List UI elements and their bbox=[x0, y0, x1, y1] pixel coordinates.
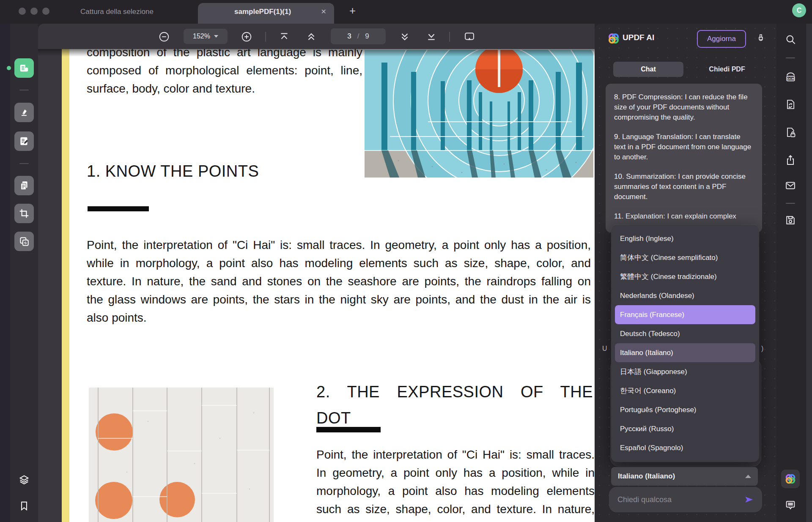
sidebar-item-comment[interactable] bbox=[14, 103, 34, 122]
menu-item-russian[interactable]: Русский (Russo) bbox=[615, 419, 755, 438]
pdf-intro-line: surface, body, color and texture. bbox=[87, 79, 362, 98]
share-icon bbox=[785, 154, 796, 166]
new-tab-button[interactable]: + bbox=[349, 4, 356, 17]
pdf-heading-rule bbox=[88, 206, 149, 211]
pdf-paragraph-line: also points. bbox=[87, 309, 591, 327]
double-chevron-down-icon bbox=[399, 31, 410, 42]
zoom-out-button[interactable] bbox=[158, 31, 170, 43]
first-page-button[interactable] bbox=[278, 31, 290, 43]
zoom-level-dropdown[interactable]: 152% bbox=[184, 29, 228, 44]
theme-brush-button[interactable] bbox=[754, 32, 767, 45]
protect-pdf-button[interactable] bbox=[784, 126, 797, 139]
comment-bubble-icon bbox=[785, 499, 796, 511]
pdf-heading-1: 1. KNOW THE POINTS bbox=[87, 162, 259, 180]
presentation-mode-button[interactable] bbox=[464, 31, 475, 43]
presentation-screen-icon bbox=[464, 31, 475, 43]
next-page-button[interactable] bbox=[399, 31, 411, 43]
tab-samplepdf[interactable]: samplePDF(1)(1) ✕ bbox=[198, 3, 334, 24]
menu-item-spanish[interactable]: Español (Spagnolo) bbox=[615, 438, 755, 457]
avatar[interactable]: C bbox=[792, 3, 806, 17]
convert-pdf-button[interactable] bbox=[784, 98, 797, 111]
pdf-paragraph-line: In geometry, a point only has a position… bbox=[316, 464, 595, 482]
page-number-box[interactable]: 3 / 9 bbox=[331, 28, 386, 44]
convert-file-icon bbox=[785, 98, 796, 110]
toolbar-divider bbox=[786, 57, 795, 58]
toolbar-divider bbox=[449, 32, 450, 42]
save-floppy-icon bbox=[785, 214, 796, 226]
ai-panel-title: UPDF AI bbox=[623, 33, 654, 42]
chat-composer bbox=[609, 487, 762, 512]
menu-item-dutch[interactable]: Nederlands (Olandese) bbox=[615, 286, 755, 305]
updf-ai-toggle-button[interactable] bbox=[781, 470, 800, 488]
sidebar-item-crop[interactable] bbox=[14, 204, 34, 223]
mail-button[interactable] bbox=[784, 179, 797, 192]
menu-item-chinese-simplified[interactable]: 简体中文 (Cinese semplificato) bbox=[615, 248, 755, 267]
reader-book-icon bbox=[19, 63, 30, 74]
sidebar-edge bbox=[0, 24, 10, 522]
menu-item-english[interactable]: English (Inglese) bbox=[615, 229, 755, 248]
ai-chat-message: 8. PDF Compression: I can reduce the fil… bbox=[606, 84, 762, 232]
pdf-paragraph-line: Point, the interpretation of "Ci Hai" is… bbox=[87, 236, 591, 254]
document-toolbar: 152% 3 / 9 bbox=[38, 24, 595, 49]
window-close-button[interactable] bbox=[19, 8, 26, 15]
send-icon[interactable] bbox=[743, 494, 754, 505]
sidebar-item-layers[interactable] bbox=[14, 470, 34, 489]
tab-close-icon[interactable]: ✕ bbox=[321, 8, 326, 16]
share-button[interactable] bbox=[784, 154, 797, 167]
language-select[interactable]: Italiano (Italiano) bbox=[611, 467, 758, 486]
ocr-button[interactable]: OCR bbox=[784, 71, 797, 84]
menu-item-italian[interactable]: Italiano (Italiano) bbox=[615, 343, 755, 362]
page-separator: / bbox=[357, 32, 359, 41]
menu-item-german[interactable]: Deutsch (Tedesco) bbox=[615, 324, 755, 343]
save-button[interactable] bbox=[784, 214, 797, 227]
page-total: 9 bbox=[365, 32, 369, 41]
pdf-photo-orange-dots bbox=[89, 388, 274, 522]
menu-item-portuguese[interactable]: Português (Portoghese) bbox=[615, 400, 755, 419]
language-dropdown-menu: English (Inglese) 简体中文 (Cinese semplific… bbox=[611, 225, 759, 462]
sidebar-item-reader[interactable] bbox=[14, 58, 34, 78]
updf-ai-panel: UPDF AI Aggiorna Chat Chiedi PDF 8. PDF … bbox=[595, 24, 776, 522]
sidebar-item-capture[interactable] bbox=[14, 232, 34, 251]
last-page-button[interactable] bbox=[425, 31, 437, 43]
window-minimize-button[interactable] bbox=[30, 8, 38, 15]
message-line: 11. Explanation: I can explain complex bbox=[614, 211, 754, 221]
layers-icon bbox=[18, 474, 30, 486]
zoom-in-icon bbox=[241, 31, 252, 42]
pages-icon bbox=[19, 180, 30, 191]
tab-chat[interactable]: Chat bbox=[613, 62, 683, 77]
previous-page-button[interactable] bbox=[305, 31, 317, 43]
feedback-button[interactable] bbox=[784, 499, 797, 511]
toolbar-divider bbox=[786, 203, 795, 204]
right-toolbar: OCR bbox=[776, 24, 812, 522]
toolbar-divider bbox=[265, 32, 266, 42]
window-edge-strip bbox=[806, 24, 812, 522]
obscured-text-fragment: ) bbox=[761, 345, 763, 353]
window-maximize-button[interactable] bbox=[42, 8, 49, 15]
tab-capture-selection[interactable]: Cattura della selezione bbox=[80, 8, 154, 16]
updf-app-window: { "titlebar": { "inactive_tab": "Cattura… bbox=[0, 0, 812, 522]
pdf-page[interactable]: composition of the plastic art language … bbox=[62, 49, 595, 522]
menu-item-korean[interactable]: 한국어 (Coreano) bbox=[615, 381, 755, 400]
pdf-heading-rule bbox=[316, 427, 381, 432]
tab-ask-pdf[interactable]: Chiedi PDF bbox=[692, 62, 762, 77]
chat-input[interactable] bbox=[617, 495, 743, 505]
active-tool-dot bbox=[7, 66, 11, 70]
sidebar-item-edit[interactable] bbox=[14, 131, 34, 151]
sidebar-item-bookmark[interactable] bbox=[14, 496, 34, 516]
sidebar-item-pages[interactable] bbox=[14, 176, 34, 195]
go-to-bottom-icon bbox=[426, 31, 437, 42]
search-button[interactable] bbox=[784, 33, 797, 46]
pdf-paragraph-line: morphology, a point also has modeling el… bbox=[316, 482, 595, 500]
ai-panel-header: UPDF AI Aggiorna bbox=[595, 24, 776, 53]
page-current[interactable]: 3 bbox=[347, 32, 351, 41]
menu-item-chinese-traditional[interactable]: 繁體中文 (Cinese tradizionale) bbox=[615, 267, 755, 286]
screenshot-icon bbox=[19, 236, 30, 247]
sidebar-divider bbox=[19, 90, 29, 90]
updf-ai-icon bbox=[785, 473, 796, 485]
menu-item-japanese[interactable]: 日本語 (Giapponese) bbox=[615, 362, 755, 381]
zoom-in-button[interactable] bbox=[241, 31, 252, 43]
pdf-photo-teal-tunnel bbox=[365, 50, 593, 178]
menu-item-french[interactable]: Français (Francese) bbox=[615, 305, 755, 324]
upgrade-button[interactable]: Aggiorna bbox=[697, 30, 746, 48]
edit-note-icon bbox=[19, 136, 30, 147]
